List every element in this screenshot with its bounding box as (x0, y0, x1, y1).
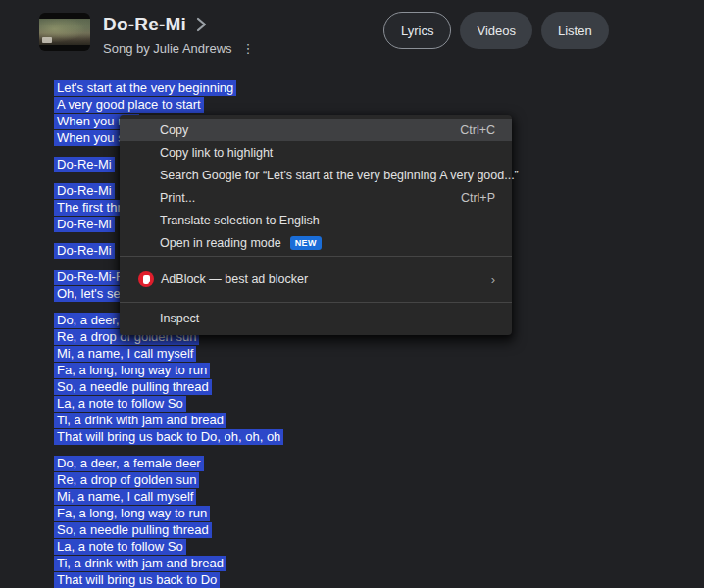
menu-item-label: Inspect (160, 312, 199, 325)
chip-listen[interactable]: Listen (541, 12, 609, 49)
lyric-block-7: Do, a deer, a female deerRe, a drop of g… (54, 454, 283, 587)
menu-item-open-in-reading-mode[interactable]: Open in reading modeNEW (120, 231, 512, 254)
menu-item-translate-selection-to-english[interactable]: Translate selection to English (120, 209, 512, 231)
song-thumbnail[interactable] (39, 13, 90, 51)
thumbnail-watermark (42, 37, 52, 43)
lyric-line: Ti, a drink with jam and bread (54, 554, 283, 570)
menu-item-search-google-for-let-s-start-[interactable]: Search Google for “Let's start at the ve… (120, 164, 512, 186)
chip-videos[interactable]: Videos (460, 12, 532, 49)
lyric-line: Ti, a drink with jam and bread (54, 411, 283, 427)
menu-item-inspect[interactable]: Inspect (120, 305, 512, 332)
lyric-line: Re, a drop of golden sun (54, 470, 283, 487)
menu-shortcut: Ctrl+P (461, 191, 495, 205)
menu-item-label: Print... (160, 191, 195, 205)
song-byline: Song by Julie Andrews (103, 41, 232, 56)
new-badge: NEW (290, 236, 322, 250)
chevron-right-icon[interactable] (196, 17, 207, 32)
submenu-arrow-icon: › (491, 272, 495, 287)
lyric-line: Mi, a name, I call myself (54, 487, 283, 504)
more-options-icon[interactable]: ⋮ (240, 42, 257, 55)
lyric-line: Fa, a long, long way to run (54, 361, 283, 377)
menu-item-label: AdBlock — best ad blocker (161, 272, 308, 286)
menu-shortcut: Ctrl+C (460, 123, 495, 137)
menu-item-adblock-best-ad-blocker[interactable]: AdBlock — best ad blocker› (120, 259, 512, 300)
chips: LyricsVideosListen (383, 12, 609, 49)
lyric-line: That will bring us back to Do (54, 570, 283, 587)
lyric-line: So, a needle pulling thread (54, 377, 283, 394)
menu-item-label: Copy (160, 123, 188, 137)
chip-lyrics[interactable]: Lyrics (383, 12, 451, 49)
menu-separator (120, 256, 512, 257)
menu-separator (120, 302, 512, 303)
context-menu: CopyCtrl+CCopy link to highlightSearch G… (120, 115, 512, 335)
menu-item-copy-link-to-highlight[interactable]: Copy link to highlight (120, 141, 512, 164)
adblock-icon (138, 271, 154, 287)
menu-item-copy[interactable]: CopyCtrl+C (120, 119, 512, 141)
lyric-line: Let's start at the very beginning (54, 78, 283, 95)
page-title[interactable]: Do-Re-Mi (103, 14, 186, 35)
menu-item-label: Copy link to highlight (160, 146, 273, 160)
lyric-line: So, a needle pulling thread (54, 520, 283, 537)
lyric-line: That will bring us back to Do, oh, oh, o… (54, 427, 283, 444)
lyric-line: La, a note to follow So (54, 394, 283, 411)
title-row: Do-Re-Mi (103, 14, 207, 35)
lyric-line: Mi, a name, I call myself (54, 344, 283, 361)
lyric-line: Fa, a long, long way to run (54, 504, 283, 520)
lyric-line: A very good place to start (54, 95, 283, 112)
subtitle-row: Song by Julie Andrews ⋮ (103, 41, 257, 56)
menu-item-label: Open in reading mode (160, 236, 281, 250)
menu-item-print[interactable]: Print...Ctrl+P (120, 186, 512, 209)
lyric-line: Do, a deer, a female deer (54, 454, 283, 470)
lyric-line: La, a note to follow So (54, 537, 283, 554)
menu-item-label: Search Google for “Let's start at the ve… (160, 169, 519, 182)
menu-item-label: Translate selection to English (160, 214, 320, 227)
